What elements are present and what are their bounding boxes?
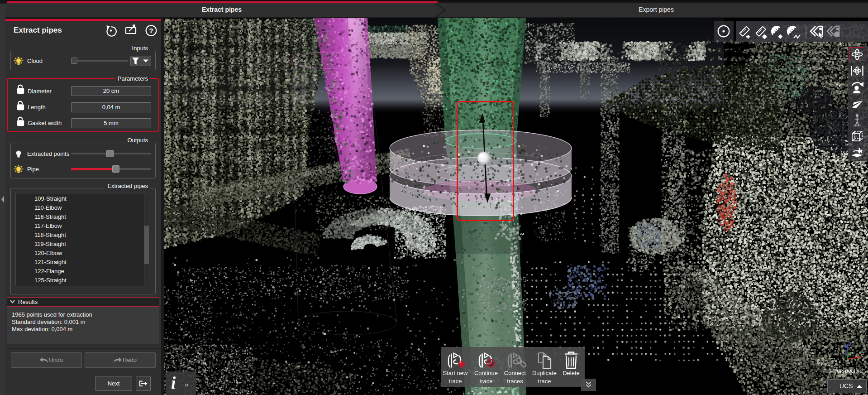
svg-text:Z: Z xyxy=(849,342,852,347)
svg-text:?: ? xyxy=(149,27,153,34)
